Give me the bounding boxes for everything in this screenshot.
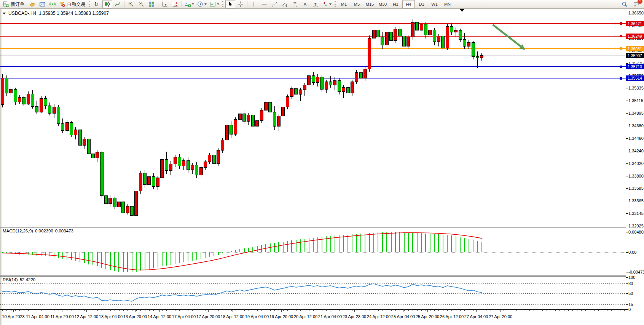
time-axis[interactable]: 10 Apr 202311 Apr 04:0011 Apr 20:0012 Ap… xyxy=(0,310,644,325)
time-tick xyxy=(313,310,314,311)
zoom-out-button[interactable] xyxy=(136,0,146,8)
templates-button[interactable] xyxy=(209,0,221,8)
time-tick xyxy=(361,310,361,311)
bar-chart-button[interactable] xyxy=(92,0,102,8)
time-tick xyxy=(585,310,586,311)
time-major-tick xyxy=(330,310,330,312)
time-tick xyxy=(106,310,106,311)
bar-chart-icon xyxy=(94,1,100,7)
data-window-button[interactable] xyxy=(37,0,47,8)
time-tick xyxy=(41,310,41,311)
text-label-button[interactable]: T xyxy=(311,0,320,8)
time-tick xyxy=(158,310,158,311)
equidistant-channel-button[interactable]: E xyxy=(280,0,290,8)
autotrading-button[interactable]: 自动交易 xyxy=(58,0,88,8)
arrows-button[interactable] xyxy=(321,0,333,8)
vertical-line-button[interactable] xyxy=(249,0,259,8)
svg-text:F: F xyxy=(296,5,297,8)
time-tick xyxy=(140,310,141,311)
chart-title: USDCAD-,H4 1.35935 1.35944 1.35883 1.359… xyxy=(3,11,109,16)
time-tick xyxy=(430,310,430,311)
periods-button[interactable] xyxy=(196,0,208,8)
line-chart-button[interactable] xyxy=(113,0,123,8)
timeframe-m30[interactable]: M30 xyxy=(376,0,389,8)
notifications-button[interactable]: 1 xyxy=(633,1,639,7)
time-major-tick xyxy=(379,310,379,312)
collapse-triangle-icon[interactable] xyxy=(3,13,6,14)
macd-signal-value: 0.003473 xyxy=(55,229,73,233)
rsi-name: RSI(14) xyxy=(3,277,18,282)
new-order-button[interactable]: 新订单 xyxy=(2,0,27,8)
hline-1.35713[interactable] xyxy=(0,66,626,68)
time-major-tick xyxy=(86,310,87,312)
timeframe-h4[interactable]: H4 xyxy=(402,0,415,8)
candlestick-icon xyxy=(104,1,110,7)
chevron-down-icon[interactable] xyxy=(329,3,332,5)
market-watch-button[interactable] xyxy=(27,0,37,8)
time-tick xyxy=(534,310,534,311)
time-tick xyxy=(292,310,292,311)
main-price-chart[interactable] xyxy=(0,9,626,227)
zoom-in-button[interactable] xyxy=(126,0,136,8)
chevron-down-icon[interactable] xyxy=(204,3,207,5)
horizontal-line-button[interactable] xyxy=(259,0,269,8)
time-tick xyxy=(115,310,115,311)
chevron-down-icon[interactable] xyxy=(217,3,219,5)
hline-1.36031[interactable] xyxy=(0,47,626,50)
time-major-tick xyxy=(208,310,209,312)
chart-shift-marker[interactable] xyxy=(460,9,464,12)
price-axis-label: 1.35335 xyxy=(628,86,644,90)
timeframe-h1[interactable]: H1 xyxy=(389,0,402,8)
chevron-down-icon[interactable] xyxy=(192,3,194,5)
trendline-button[interactable] xyxy=(269,0,279,8)
timeframe-mn[interactable]: MN xyxy=(441,0,454,8)
time-tick xyxy=(123,310,124,311)
time-tick xyxy=(63,310,63,311)
time-tick xyxy=(274,310,275,311)
new-chart-button[interactable] xyxy=(183,0,196,8)
time-tick xyxy=(214,310,214,311)
hline-1.36471[interactable] xyxy=(0,22,626,25)
time-tick xyxy=(149,310,150,311)
macd-panel[interactable] xyxy=(0,228,626,275)
time-tick xyxy=(620,310,620,311)
time-tick xyxy=(97,310,98,311)
rsi-panel[interactable] xyxy=(0,277,626,309)
hline-1.36249[interactable] xyxy=(0,35,626,37)
trend-arrow-annotation[interactable] xyxy=(493,25,525,50)
timeframe-m5[interactable]: M5 xyxy=(351,0,363,8)
tile-windows-button[interactable] xyxy=(147,0,156,8)
search-button[interactable] xyxy=(620,0,630,8)
signal-icon xyxy=(49,1,56,7)
crosshair-button[interactable] xyxy=(236,0,245,8)
time-tick xyxy=(305,310,305,311)
fibonacci-button[interactable]: F xyxy=(290,0,300,8)
notification-badge: 1 xyxy=(638,0,642,4)
rsi-axis-label: 100 xyxy=(628,275,635,280)
chart-shift-button[interactable] xyxy=(170,0,180,8)
timeframe-m1[interactable]: M1 xyxy=(338,0,350,8)
text-button[interactable]: A xyxy=(300,0,310,8)
cursor-button[interactable] xyxy=(225,0,235,8)
time-tick xyxy=(374,310,374,311)
time-tick xyxy=(335,310,335,311)
panel-separator[interactable] xyxy=(0,275,626,276)
price-axis-label: 1.33585 xyxy=(628,186,644,191)
timeframe-m15[interactable]: M15 xyxy=(363,0,376,8)
time-tick xyxy=(93,310,93,311)
time-tick xyxy=(572,310,573,311)
timeframe-d1[interactable]: D1 xyxy=(415,0,428,8)
panel-separator[interactable] xyxy=(0,227,626,227)
time-axis-label: 21 Apr 04:00 xyxy=(318,314,342,319)
time-tick xyxy=(318,310,318,311)
signals-button[interactable] xyxy=(48,0,57,8)
auto-scroll-button[interactable] xyxy=(160,0,170,8)
time-tick xyxy=(28,310,29,311)
timeframe-w1[interactable]: W1 xyxy=(428,0,441,8)
time-tick xyxy=(72,310,72,311)
price-axis[interactable]: 1.366501.364301.362101.359901.357751.355… xyxy=(626,9,644,310)
candlestick-button[interactable] xyxy=(102,0,112,8)
new-order-icon xyxy=(3,1,9,7)
time-tick xyxy=(128,310,128,311)
time-tick xyxy=(616,310,616,311)
